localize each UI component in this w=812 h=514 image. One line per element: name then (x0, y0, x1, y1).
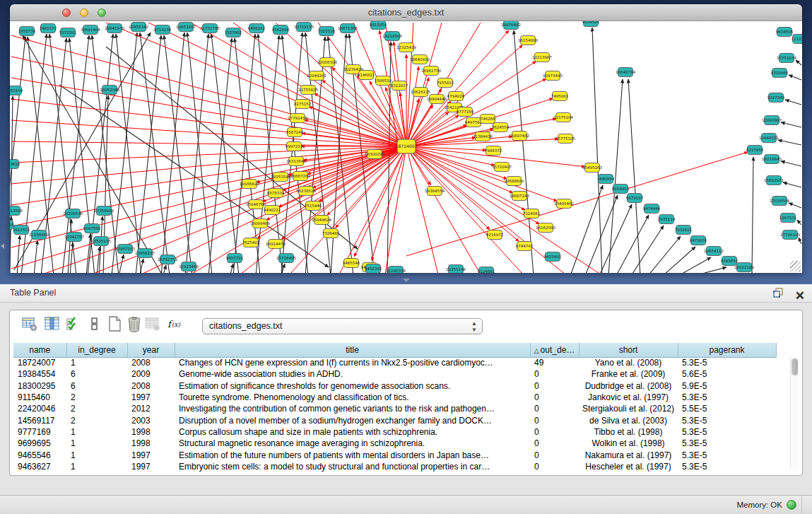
graph-edge[interactable] (17, 235, 20, 273)
table-row[interactable]: 2242004622012Investigating the contribut… (13, 403, 776, 414)
graph-edge-selected[interactable] (339, 146, 406, 273)
left-splitter-icon[interactable] (1, 243, 4, 249)
table-row[interactable]: 1830029562008Estimation of significance … (13, 380, 776, 392)
table-row[interactable]: 946554611997Estimation of the future num… (13, 449, 776, 460)
graph-edge-selected[interactable] (11, 146, 406, 205)
table-row[interactable]: 946362711997Embryonic stem cells: a mode… (13, 461, 776, 472)
window-resize-grip[interactable] (790, 261, 801, 271)
graph-edge-selected[interactable] (406, 146, 438, 273)
graph-node-label: 20206536 (63, 211, 83, 216)
graph-node-label: 16154808 (518, 38, 538, 42)
window-titlebar[interactable]: citations_edges.txt (10, 4, 802, 21)
graph-edge[interactable] (10, 37, 25, 273)
graph-edge[interactable] (570, 185, 603, 273)
graph-edge-selected[interactable] (406, 146, 486, 151)
graph-edge-selected[interactable] (11, 146, 406, 269)
column-header-name[interactable]: name (13, 343, 66, 357)
graph-edge[interactable] (281, 33, 302, 273)
graph-edge[interactable] (116, 34, 141, 273)
graph-edge[interactable] (628, 79, 640, 273)
new-table-button[interactable] (105, 315, 124, 334)
table-row[interactable]: 1456911722003Disruption of a novel membe… (13, 414, 776, 426)
table-row[interactable]: 1872400712008Changes of HCN gene express… (13, 357, 776, 368)
graph-node-label: 11755825 (298, 88, 318, 92)
graph-edge[interactable] (208, 38, 232, 273)
graph-edge[interactable] (119, 255, 124, 273)
graph-edge-selected[interactable] (11, 99, 406, 146)
graph-edge[interactable] (163, 265, 166, 273)
graph-node-label: 1640954 (597, 177, 615, 181)
column-header-title[interactable]: title (175, 343, 530, 357)
graph-edge[interactable] (616, 215, 649, 273)
cell-year: 1998 (127, 426, 175, 438)
graph-node-label: 19641970 (105, 26, 124, 30)
graph-edge[interactable] (781, 122, 801, 127)
cell-pagerank: 5.9E-5 (678, 380, 776, 392)
graph-edge[interactable] (281, 264, 285, 273)
graph-edge[interactable] (785, 100, 801, 105)
graph-edge[interactable] (164, 35, 192, 273)
graph-edge[interactable] (185, 34, 208, 273)
graph-edge[interactable] (514, 30, 534, 273)
graph-edge-selected[interactable] (282, 146, 406, 191)
graph-edge[interactable] (282, 35, 308, 273)
column-header-out_de[interactable]: △out_de… (530, 343, 579, 357)
graph-edge[interactable] (187, 33, 212, 273)
cell-pagerank: 5.6E-5 (678, 368, 776, 380)
column-header-short[interactable]: short (579, 343, 678, 357)
graph-edge[interactable] (599, 204, 632, 273)
graph-edge[interactable] (799, 238, 801, 244)
float-panel-icon[interactable] (772, 287, 784, 305)
graph-node-label: 16782759 (158, 257, 177, 262)
graph-edge[interactable] (10, 96, 13, 273)
close-panel-icon[interactable]: ✕ (795, 291, 805, 302)
graph-edge[interactable] (797, 220, 801, 225)
graph-edge[interactable] (258, 34, 283, 273)
table-row[interactable]: 977716911998Corpus callosum shape and si… (13, 426, 776, 438)
graph-edge-selected[interactable] (11, 146, 406, 184)
graph-node-label: 9465546 (343, 261, 360, 265)
row-selection-button[interactable] (64, 315, 83, 334)
function-builder-button[interactable]: f(x) (165, 315, 185, 334)
graph-edge[interactable] (678, 257, 711, 273)
column-header-year[interactable]: year (127, 343, 175, 357)
splitter-collapse-icon[interactable] (403, 279, 410, 282)
graph-edge[interactable] (70, 243, 73, 273)
delete-rows-button[interactable] (124, 315, 144, 334)
graph-edge[interactable] (789, 75, 801, 80)
graph-edge[interactable] (230, 264, 233, 273)
scrollbar-thumb[interactable] (792, 358, 798, 375)
graph-node-label: 17359928 (94, 209, 114, 213)
table-row[interactable]: 911546021997Tourette syndrome. Phenomeno… (13, 392, 776, 403)
table-scrollbar[interactable] (790, 357, 798, 469)
graph-edge[interactable] (592, 28, 602, 273)
cell-name: 18300295 (13, 380, 66, 392)
column-header-in_degree[interactable]: in_degree (66, 343, 127, 357)
graph-edge[interactable] (789, 203, 801, 208)
cell-title: Investigating the contribution of common… (175, 403, 530, 414)
table-row[interactable]: 969969511998Structural magnetic resonanc… (13, 438, 776, 449)
graph-edge[interactable] (694, 267, 726, 273)
column-header-pagerank[interactable]: pagerank (678, 343, 776, 357)
memory-status-indicator[interactable] (787, 500, 796, 510)
graph-edge[interactable] (752, 157, 753, 273)
graph-edge[interactable] (34, 240, 37, 273)
cell-out_de: 0 (530, 414, 579, 426)
table-options-button[interactable] (20, 315, 40, 334)
cell-short: Nakamura et al. (1997) (579, 449, 678, 460)
graph-edge-selected[interactable] (406, 146, 519, 242)
network-canvas[interactable]: 2200630812048201117558254275152177914133… (10, 21, 802, 273)
row-height-button[interactable] (85, 315, 105, 334)
graph-edge[interactable] (783, 182, 801, 187)
column-visibility-button[interactable] (42, 315, 62, 334)
graph-edge[interactable] (778, 140, 801, 145)
table-row[interactable]: 1938455462009Genome-wide association stu… (13, 368, 776, 380)
cell-in_degree: 2 (66, 392, 127, 403)
graph-edge[interactable] (631, 226, 664, 273)
table-selector-dropdown[interactable]: citations_edges.txt ▲▼ (202, 318, 483, 334)
graph-edge[interactable] (796, 60, 801, 65)
graph-node-label: 18807243 (510, 194, 529, 198)
graph-edge-selected[interactable] (406, 146, 565, 273)
graph-edge[interactable] (781, 161, 801, 166)
graph-edge[interactable] (161, 33, 184, 273)
